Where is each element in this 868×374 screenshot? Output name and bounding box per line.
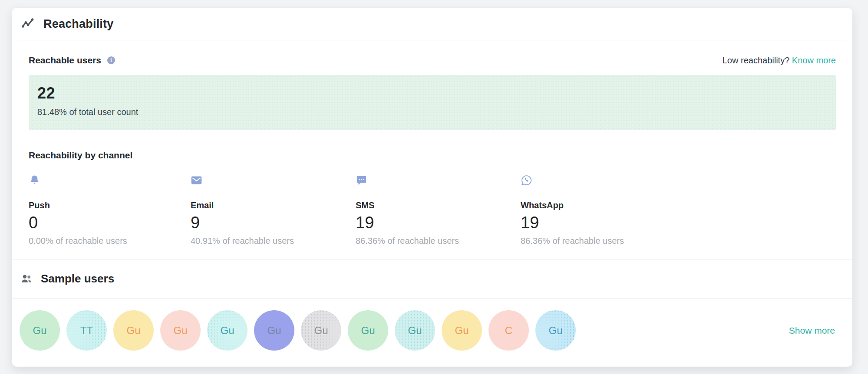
whatsapp-icon bbox=[521, 174, 662, 186]
reachable-users-section: Reachable users i Low reachability? Know… bbox=[12, 55, 852, 259]
sample-users-row: GuTTGuGuGuGuGuGuGuGuCGuShow more bbox=[12, 299, 852, 351]
sample-user-avatar[interactable]: Gu bbox=[348, 310, 388, 351]
channel-email: Email940.91% of reachable users bbox=[167, 173, 332, 248]
reachable-users-count: 22 bbox=[37, 84, 827, 102]
card-header: Reachability bbox=[12, 8, 852, 40]
channel-label: Push bbox=[29, 200, 167, 210]
channel-sms: SMS1986.36% of reachable users bbox=[332, 173, 497, 248]
page-title: Reachability bbox=[43, 17, 113, 31]
sample-user-avatar[interactable]: Gu bbox=[442, 310, 482, 351]
sample-user-avatar[interactable]: C bbox=[488, 310, 529, 351]
channel-count: 0 bbox=[29, 213, 167, 232]
channel-label: Email bbox=[191, 200, 332, 210]
channel-percent: 40.91% of reachable users bbox=[191, 236, 332, 246]
channel-push: Push00.00% of reachable users bbox=[29, 173, 167, 248]
sample-user-avatar[interactable]: Gu bbox=[395, 310, 435, 351]
sample-users-header: Sample users bbox=[12, 259, 852, 298]
sample-user-avatar[interactable]: Gu bbox=[113, 310, 154, 351]
mail-icon bbox=[191, 174, 332, 186]
sample-user-avatar[interactable]: Gu bbox=[535, 310, 576, 351]
sample-users-title: Sample users bbox=[41, 272, 114, 285]
channels-row: Push00.00% of reachable usersEmail940.91… bbox=[29, 173, 836, 248]
channels-title: Reachability by channel bbox=[29, 150, 836, 161]
channel-whatsapp: WhatsApp1986.36% of reachable users bbox=[497, 173, 662, 248]
reachable-users-percent: 81.48% of total user count bbox=[37, 107, 827, 117]
sms-icon bbox=[356, 174, 497, 186]
sample-user-avatar[interactable]: Gu bbox=[160, 310, 201, 351]
channel-percent: 0.00% of reachable users bbox=[29, 236, 167, 246]
channel-percent: 86.36% of reachable users bbox=[521, 236, 662, 246]
channel-percent: 86.36% of reachable users bbox=[356, 236, 497, 246]
info-icon[interactable]: i bbox=[107, 56, 115, 64]
reachability-card: Reachability Reachable users i Low reach… bbox=[12, 8, 852, 367]
low-reachability-text: Low reachability? bbox=[723, 56, 790, 65]
header-divider bbox=[18, 40, 847, 40]
reachable-users-summary-box: 22 81.48% of total user count bbox=[29, 75, 836, 130]
reachable-users-title: Reachable users bbox=[29, 55, 101, 66]
show-more-link[interactable]: Show more bbox=[789, 325, 835, 336]
sample-user-avatar[interactable]: TT bbox=[66, 310, 107, 351]
channel-count: 19 bbox=[521, 213, 662, 232]
channel-count: 9 bbox=[191, 213, 332, 232]
people-icon bbox=[20, 272, 33, 285]
channel-count: 19 bbox=[356, 213, 497, 232]
sample-user-avatar[interactable]: Gu bbox=[20, 310, 60, 351]
channel-label: WhatsApp bbox=[521, 200, 662, 210]
bell-icon bbox=[29, 174, 167, 186]
channel-label: SMS bbox=[356, 200, 497, 210]
sample-user-avatar[interactable]: Gu bbox=[207, 310, 248, 351]
trend-line-icon bbox=[21, 17, 35, 31]
reachable-users-title-row: Reachable users i bbox=[29, 55, 115, 66]
sample-user-avatar[interactable]: Gu bbox=[254, 310, 294, 351]
know-more-link[interactable]: Know more bbox=[792, 56, 836, 65]
sample-user-avatar[interactable]: Gu bbox=[301, 310, 341, 351]
